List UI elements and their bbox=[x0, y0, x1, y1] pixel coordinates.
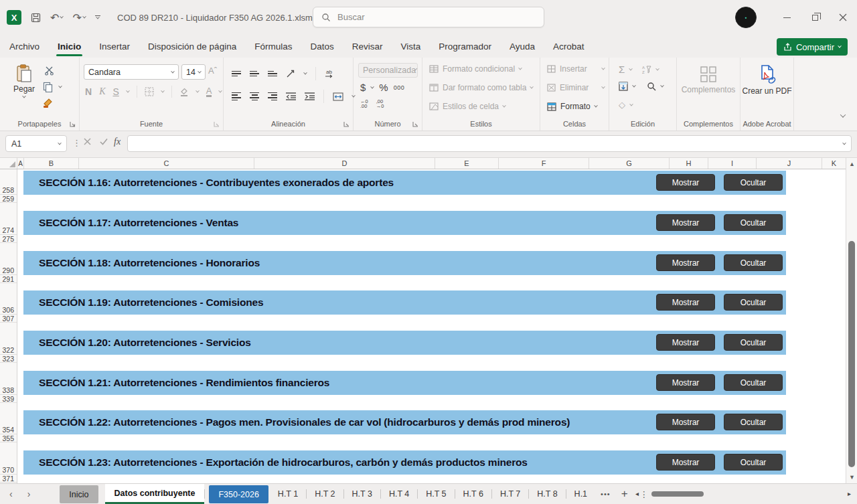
sheet-tab-ht7[interactable]: H.T 7 bbox=[492, 484, 528, 504]
increase-decimal-button[interactable]: ←0 .00 bbox=[360, 99, 368, 108]
tab-archivo[interactable]: Archivo bbox=[8, 37, 41, 56]
scroll-up-icon[interactable]: ▲ bbox=[846, 161, 857, 167]
number-format-combo[interactable]: Personalizada bbox=[358, 63, 418, 78]
minimize-button[interactable] bbox=[773, 0, 801, 35]
bold-button[interactable]: N bbox=[85, 86, 92, 97]
sheet-tab-ht1[interactable]: H.T 1 bbox=[270, 484, 306, 504]
row-354[interactable]: 354 bbox=[0, 410, 17, 434]
borders-dropdown[interactable] bbox=[161, 89, 165, 93]
col-F[interactable]: F bbox=[499, 158, 589, 169]
sheet-nav-next-icon[interactable]: › bbox=[27, 489, 31, 499]
mostrar-button[interactable]: Mostrar bbox=[656, 334, 715, 351]
format-as-table-button[interactable]: Dar formato como tabla bbox=[429, 83, 533, 92]
grow-font-button[interactable]: Aˆ bbox=[208, 66, 217, 76]
row-322[interactable]: 322 bbox=[0, 331, 17, 355]
align-center-icon[interactable] bbox=[250, 92, 259, 100]
scroll-down-icon[interactable]: ▼ bbox=[846, 474, 857, 481]
align-left-icon[interactable] bbox=[232, 92, 241, 100]
fill-color-dropdown[interactable] bbox=[196, 89, 200, 93]
row-258[interactable]: 258 bbox=[0, 171, 17, 195]
sheet-tab-f350-2026[interactable]: F350-2026 bbox=[209, 485, 268, 503]
select-all-corner[interactable] bbox=[0, 158, 17, 169]
row-259[interactable]: 259 bbox=[0, 195, 17, 203]
sheet-tab-ht9-truncated[interactable]: H.1 bbox=[566, 484, 595, 504]
redo-button[interactable]: ↷ bbox=[72, 11, 85, 24]
orientation-icon[interactable] bbox=[286, 69, 295, 78]
more-sheets-icon[interactable]: ••• bbox=[595, 484, 616, 504]
user-avatar[interactable]: ● bbox=[735, 7, 757, 28]
sheet-tab-ht4[interactable]: H.T 4 bbox=[381, 484, 417, 504]
percent-format-button[interactable]: % bbox=[379, 82, 388, 93]
tab-datos[interactable]: Datos bbox=[309, 37, 335, 56]
underline-dropdown[interactable] bbox=[126, 89, 130, 93]
sheet-tab-ht5[interactable]: H.T 5 bbox=[418, 484, 454, 504]
customize-quick-access-icon[interactable] bbox=[95, 15, 100, 19]
fill-color-icon[interactable] bbox=[179, 87, 189, 96]
sheet-tab-ht3[interactable]: H.T 3 bbox=[344, 484, 380, 504]
mostrar-button[interactable]: Mostrar bbox=[656, 254, 715, 271]
clipboard-dialog-launcher[interactable] bbox=[70, 121, 76, 127]
row-291[interactable]: 291 bbox=[0, 275, 17, 283]
name-box[interactable]: A1 bbox=[5, 135, 67, 152]
ocultar-button[interactable]: Ocultar bbox=[724, 414, 783, 430]
comma-format-button[interactable]: 000 bbox=[394, 84, 405, 91]
row-371[interactable]: 371 bbox=[0, 475, 17, 483]
enter-icon[interactable] bbox=[99, 137, 108, 146]
hscroll-left-icon[interactable]: ◂ bbox=[632, 490, 642, 497]
ocultar-button[interactable]: Ocultar bbox=[724, 454, 783, 471]
clear-icon[interactable]: ◇ bbox=[619, 100, 625, 110]
search-box[interactable] bbox=[313, 7, 544, 27]
col-K[interactable]: K bbox=[822, 158, 846, 169]
font-name-combo[interactable]: Candara bbox=[84, 64, 179, 80]
sheet-tab-ht6[interactable]: H.T 6 bbox=[455, 484, 491, 504]
addins-button[interactable]: Complementos bbox=[677, 66, 740, 94]
copy-dropdown[interactable] bbox=[58, 84, 62, 88]
mostrar-button[interactable]: Mostrar bbox=[656, 414, 715, 430]
cancel-icon[interactable] bbox=[83, 137, 92, 146]
sheet-tab-ht8[interactable]: H.T 8 bbox=[529, 484, 565, 504]
formula-bar-expand-icon[interactable] bbox=[842, 141, 846, 145]
row-339[interactable]: 339 bbox=[0, 395, 17, 403]
row-323[interactable]: 323 bbox=[0, 355, 17, 363]
orientation-dropdown[interactable] bbox=[303, 71, 307, 75]
excel-app-icon[interactable]: X bbox=[7, 10, 21, 25]
sheet-tab-datos-contribuyente[interactable]: Datos contribuyente bbox=[105, 484, 205, 504]
delete-cells-button[interactable]: Eliminar bbox=[547, 83, 605, 92]
paste-button[interactable]: Pegar bbox=[9, 64, 39, 98]
new-sheet-button[interactable]: + bbox=[616, 484, 633, 504]
row-275[interactable]: 275 bbox=[0, 235, 17, 243]
restore-button[interactable] bbox=[801, 0, 829, 35]
row-306[interactable]: 306 bbox=[0, 290, 17, 315]
row-274[interactable]: 274 bbox=[0, 211, 17, 235]
col-J[interactable]: J bbox=[757, 158, 822, 169]
collapse-ribbon-icon[interactable] bbox=[841, 110, 845, 120]
col-H[interactable]: H bbox=[670, 158, 708, 169]
tab-insertar[interactable]: Insertar bbox=[98, 37, 131, 56]
font-dialog-launcher[interactable] bbox=[214, 121, 220, 127]
format-cells-button[interactable]: Formato bbox=[547, 102, 597, 111]
cut-icon[interactable] bbox=[44, 66, 54, 76]
autosum-button[interactable]: Σ bbox=[619, 64, 625, 75]
currency-format-button[interactable]: $ bbox=[360, 82, 366, 93]
formula-input[interactable] bbox=[127, 135, 852, 152]
col-E[interactable]: E bbox=[435, 158, 499, 169]
row-338[interactable]: 338 bbox=[0, 371, 17, 395]
alignment-dialog-launcher[interactable] bbox=[343, 121, 349, 127]
undo-button[interactable]: ↶ bbox=[50, 11, 63, 24]
underline-button[interactable]: S bbox=[112, 86, 119, 97]
tab-disposicion[interactable]: Disposición de página bbox=[147, 37, 238, 56]
format-painter-icon[interactable] bbox=[43, 98, 54, 108]
col-D[interactable]: D bbox=[254, 158, 435, 169]
align-bottom-icon[interactable] bbox=[268, 71, 277, 77]
wrap-text-icon[interactable]: ab bbox=[325, 70, 333, 78]
ocultar-button[interactable]: Ocultar bbox=[724, 374, 783, 391]
hscroll-track[interactable] bbox=[642, 491, 844, 497]
align-top-icon[interactable] bbox=[232, 71, 241, 77]
cell-styles-button[interactable]: Estilos de celda bbox=[429, 102, 505, 111]
font-color-dropdown[interactable] bbox=[219, 89, 223, 93]
tab-programador[interactable]: Programador bbox=[437, 37, 493, 56]
conditional-formatting-button[interactable]: Formato condicional bbox=[429, 64, 522, 74]
col-G[interactable]: G bbox=[589, 158, 670, 169]
vertical-scrollbar[interactable]: ▲ ▼ bbox=[846, 158, 857, 483]
find-select-icon[interactable] bbox=[647, 82, 656, 91]
